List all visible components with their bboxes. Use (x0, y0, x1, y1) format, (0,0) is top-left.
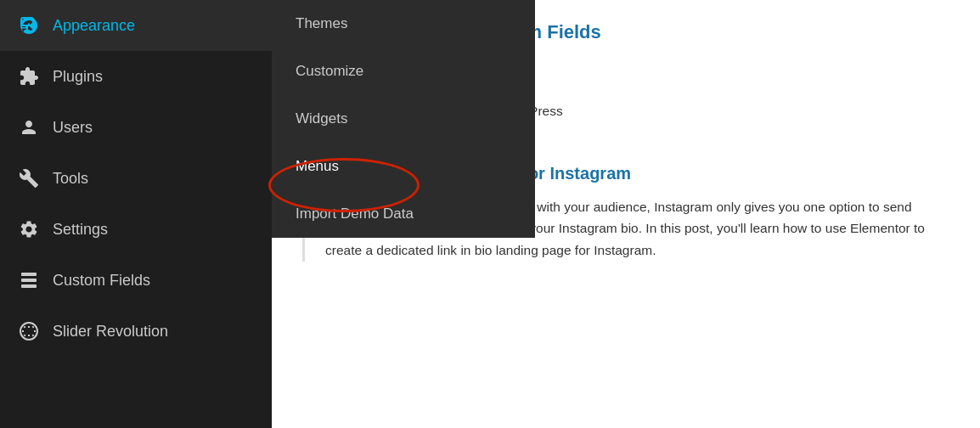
custom-fields-icon (17, 268, 41, 292)
tools-icon (17, 166, 41, 190)
sidebar-label-tools: Tools (53, 170, 88, 188)
slider-revolution-icon (17, 319, 41, 343)
svg-rect-4 (21, 279, 37, 282)
sidebar-label-plugins: Plugins (53, 68, 103, 86)
sidebar-label-custom-fields: Custom Fields (53, 272, 150, 290)
sidebar-label-users: Users (53, 119, 93, 137)
sidebar-label-appearance: Appearance (53, 17, 135, 35)
sidebar-item-users[interactable]: Users (0, 102, 272, 153)
sidebar-item-plugins[interactable]: Plugins (0, 51, 272, 102)
sidebar-item-settings[interactable]: Settings (0, 204, 272, 255)
submenu-item-menus[interactable]: Menus (272, 143, 535, 190)
submenu-item-themes[interactable]: Themes (272, 0, 535, 48)
sidebar-item-tools[interactable]: Tools (0, 153, 272, 204)
svg-rect-3 (21, 273, 37, 276)
svg-rect-2 (25, 30, 30, 32)
sidebar-item-slider-revolution[interactable]: Slider Revolution (0, 306, 272, 357)
users-icon (17, 115, 41, 139)
submenu-item-widgets[interactable]: Widgets (272, 95, 535, 143)
appearance-icon (17, 14, 41, 37)
sidebar-item-appearance[interactable]: Appearance (0, 0, 272, 51)
sidebar: Appearance Plugins Users Tools (0, 0, 272, 428)
svg-rect-5 (21, 284, 37, 288)
sidebar-label-settings: Settings (53, 221, 108, 239)
appearance-submenu: Themes Customize Widgets Menus Import De… (272, 0, 535, 238)
sidebar-item-custom-fields[interactable]: Custom Fields (0, 255, 272, 306)
submenu-item-customize[interactable]: Customize (272, 48, 535, 95)
settings-icon (17, 217, 41, 241)
plugins-icon (17, 65, 41, 88)
sidebar-label-slider-revolution: Slider Revolution (53, 323, 168, 341)
submenu-item-import-demo-data[interactable]: Import Demo Data (272, 190, 535, 238)
